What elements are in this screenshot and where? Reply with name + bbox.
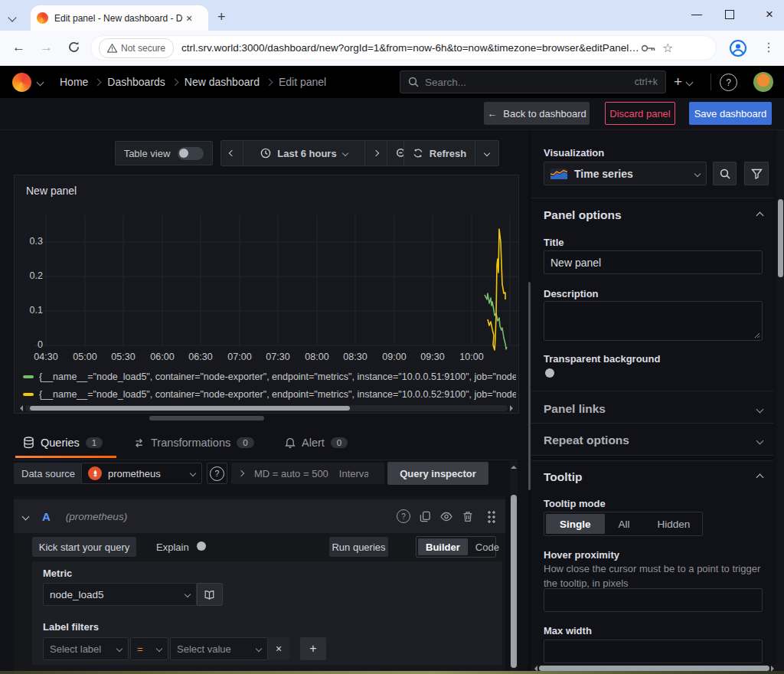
profile-icon[interactable] [729, 39, 747, 57]
tooltip-section-header[interactable]: Tooltip [544, 470, 763, 484]
time-range-forward-button[interactable] [365, 140, 387, 166]
scroll-up-arrow-icon[interactable] [511, 463, 517, 469]
bookmark-star-icon[interactable]: ☆ [662, 41, 673, 55]
builder-mode-option[interactable]: Builder [418, 538, 468, 555]
select-value-dropdown[interactable]: Select value [170, 637, 268, 660]
options-scroll-thumb[interactable] [778, 199, 783, 277]
scroll-right-arrow-icon[interactable] [510, 405, 516, 411]
add-filter-button[interactable]: + [300, 637, 326, 660]
tooltip-mode-hidden[interactable]: Hidden [644, 514, 704, 534]
time-range-button[interactable]: Last 6 hours [243, 140, 365, 166]
duplicate-query-icon[interactable] [416, 508, 433, 525]
back-to-dashboard-button[interactable]: ← Back to dashboard [484, 102, 590, 125]
hover-proximity-input[interactable] [544, 588, 763, 612]
metrics-browser-button[interactable] [197, 583, 223, 606]
breadcrumb-dashboards[interactable]: Dashboards [107, 76, 165, 88]
options-scrollbar[interactable] [777, 130, 784, 671]
table-view-switch[interactable] [178, 147, 204, 160]
url-text[interactable]: ctrl.srv.world:3000/dashboard/new?orgId=… [181, 42, 639, 54]
panel-links-section-header[interactable]: Panel links [544, 402, 763, 416]
options-filter-button[interactable] [744, 162, 769, 185]
query-pane-scroll-thumb[interactable] [511, 495, 517, 668]
legend-item[interactable]: {__name__="node_load5", container="node-… [23, 368, 516, 385]
tab-close-icon[interactable]: × [186, 13, 192, 24]
password-key-icon[interactable] [641, 44, 656, 53]
tab-queries[interactable]: Queries 1 [23, 437, 103, 449]
drag-handle-icon[interactable] [487, 510, 496, 523]
window-maximize-button[interactable] [725, 10, 734, 19]
legend-scroll-thumb[interactable] [30, 406, 350, 411]
tooltip-mode-all[interactable]: All [605, 514, 644, 534]
forward-icon[interactable]: → [40, 40, 53, 55]
repeat-options-section-header[interactable]: Repeat options [544, 434, 763, 447]
query-row-header[interactable]: A (prometheus) ? [14, 499, 505, 533]
tab-alert[interactable]: Alert 0 [285, 437, 348, 449]
scroll-left-arrow-icon[interactable] [17, 405, 23, 411]
new-tab-button[interactable]: + [217, 9, 226, 25]
metric-select[interactable]: node_load5 [43, 583, 197, 606]
active-tab-underline [15, 456, 116, 458]
breadcrumb-home[interactable]: Home [60, 76, 88, 88]
browser-tab[interactable]: Edit panel - New dashboard - D × [31, 5, 208, 31]
reload-icon[interactable] [67, 41, 80, 54]
search-shortcut: ctrl+k [635, 77, 658, 87]
tab-search-chevron-icon[interactable] [9, 10, 15, 24]
window-close-button[interactable]: × [758, 7, 781, 22]
panel-title-input[interactable] [544, 250, 763, 274]
grafana-logo[interactable] [12, 73, 31, 92]
query-ref-id[interactable]: A [42, 510, 51, 523]
delete-query-trash-icon[interactable] [459, 508, 476, 525]
query-help-icon[interactable]: ? [395, 508, 412, 525]
remove-filter-button[interactable]: × [268, 637, 289, 660]
tooltip-mode-single[interactable]: Single [546, 514, 605, 534]
datasource-picker[interactable]: prometheus [81, 463, 202, 484]
refresh-button[interactable]: Refresh [403, 140, 475, 166]
pane-splitter[interactable] [528, 130, 531, 671]
datasource-help-button[interactable]: ? [207, 463, 227, 484]
save-dashboard-button[interactable]: Save dashboard [689, 102, 772, 125]
visualization-picker[interactable]: Time series [544, 162, 707, 185]
org-switcher-chevron-icon[interactable] [37, 78, 44, 86]
operator-dropdown[interactable]: = [130, 637, 168, 660]
hover-proximity-label: Hover proximity [544, 549, 619, 561]
max-width-input[interactable] [544, 640, 763, 663]
query-inspector-button[interactable]: Query inspector [387, 462, 488, 485]
back-icon[interactable]: ← [12, 40, 25, 55]
book-icon [204, 590, 216, 600]
splitter-handle[interactable] [528, 282, 531, 490]
legend-item[interactable]: {__name__="node_load5", container="node-… [23, 385, 516, 403]
grafana-nav: Home Dashboards New dashboard Edit panel [0, 66, 784, 98]
discard-panel-button[interactable]: Discard panel [605, 102, 675, 125]
window-minimize-button[interactable]: — [685, 8, 708, 23]
query-pane-scrollbar[interactable] [510, 461, 518, 674]
nav-add-button[interactable]: + [674, 70, 692, 93]
table-view-toggle[interactable]: Table view [115, 141, 213, 165]
content-scroll-thumb[interactable] [149, 416, 264, 420]
run-queries-button[interactable]: Run queries [329, 537, 388, 557]
tab-transformations[interactable]: Transformations 0 [133, 437, 254, 449]
viz-suggestions-button[interactable] [713, 162, 737, 185]
security-chip[interactable]: Not secure [99, 38, 174, 58]
legend-scrollbar[interactable] [17, 404, 516, 412]
collapse-query-chevron-icon[interactable] [22, 512, 30, 520]
kickstart-query-button[interactable]: Kick start your query [32, 537, 136, 557]
refresh-interval-dropdown[interactable] [475, 140, 499, 166]
options-h-scroll-thumb[interactable] [539, 666, 769, 671]
time-range-back-button[interactable] [220, 140, 243, 166]
panel-options-section-header[interactable]: Panel options [544, 208, 763, 222]
code-mode-option[interactable]: Code [468, 538, 507, 555]
description-textarea[interactable] [544, 301, 763, 341]
nav-divider [710, 74, 711, 90]
resize-handle-icon[interactable] [754, 332, 760, 339]
user-avatar[interactable] [753, 72, 773, 92]
breadcrumb-new-dashboard[interactable]: New dashboard [185, 76, 260, 88]
metric-label: Metric [43, 568, 72, 579]
browser-menu-kebab-icon[interactable]: ⋮ [763, 40, 775, 54]
nav-search-box[interactable]: Search... ctrl+k [400, 70, 666, 93]
hide-query-eye-icon[interactable] [438, 508, 455, 525]
prometheus-icon [88, 466, 102, 480]
query-options-summary[interactable]: MD = auto = 500 Interval [231, 463, 384, 484]
help-icon[interactable]: ? [720, 74, 737, 91]
select-label-dropdown[interactable]: Select label [43, 637, 129, 660]
omnibox[interactable]: Not secure ctrl.srv.world:3000/dashboard… [90, 35, 717, 61]
